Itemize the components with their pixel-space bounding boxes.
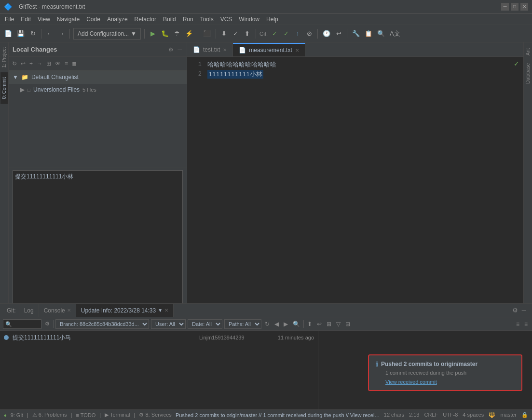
git-panel-minimize-button[interactable]: ─ [520,307,528,314]
services-status[interactable]: ⚙ 8: Services [139,412,171,418]
git-check-button[interactable]: ✓ [281,28,291,40]
close-tab-measurement-icon[interactable]: ✕ [295,48,299,53]
group-button[interactable]: ≣ [70,59,78,68]
search-log-button[interactable]: 🔍 [291,320,301,328]
branch-filter-select[interactable]: Branch: 88c2c85c84b38dcd33d... [55,319,149,329]
add-configuration-button[interactable]: Add Configuration... ▼ [73,28,141,40]
layout-button[interactable]: ⊞ [325,320,333,328]
vcs-log-button[interactable]: 📋 [363,28,374,40]
close-console-icon[interactable]: ✕ [67,308,71,313]
minimize-panel-icon[interactable]: ─ [177,45,183,54]
run-button[interactable]: ▶ [148,28,158,40]
menu-refactor[interactable]: Refactor [132,15,159,24]
settings-icon[interactable]: ⚙ [167,45,175,54]
save-button[interactable]: 💾 [15,28,26,40]
history-button[interactable]: 🕐 [321,28,332,40]
menu-run[interactable]: Run [180,15,196,24]
problems-status[interactable]: ⚠ 6: Problems [32,412,67,418]
view-received-commit-link[interactable]: View received commit [376,379,437,385]
expand-all-button[interactable]: ≡ [515,320,521,328]
sidebar-tab-project[interactable]: 1: Project [0,42,8,72]
debug-button[interactable]: 🐛 [160,28,170,40]
menu-view[interactable]: View [35,15,53,24]
menu-vcs[interactable]: VCS [218,15,235,24]
line-ending[interactable]: CRLF [424,412,438,418]
forward-button[interactable]: → [56,28,66,40]
tab-measurement-txt[interactable]: 📄 measurement.txt ✕ [233,43,305,56]
current-branch[interactable]: master [500,412,517,418]
vcs-commit-button[interactable]: ✓ [231,28,241,40]
git-log-tab[interactable]: Log [19,304,39,317]
list-item[interactable]: 提交11111111111小马 Linjm15913944239 11 minu… [0,331,318,344]
close-update-icon[interactable]: ✕ [164,308,168,313]
menu-file[interactable]: File [2,15,17,24]
todo-status[interactable]: ≡ TODO [76,412,95,418]
menu-window[interactable]: Window [236,15,262,24]
close-button[interactable]: ✕ [520,3,528,11]
user-filter-select[interactable]: User: All [151,319,186,329]
git-log-message: 提交11111111111小马 [13,334,195,342]
encoding[interactable]: UTF-8 [443,412,458,418]
rollback-button[interactable]: ↩ [19,59,27,68]
paths-filter-select[interactable]: Paths: All [224,319,261,329]
menu-tools[interactable]: Tools [197,15,217,24]
indent[interactable]: 4 spaces [463,412,484,418]
vcs-update-button[interactable]: ⬇ [219,28,229,40]
collapse-all-button[interactable]: ≡ [523,320,529,328]
git-console-tab[interactable]: Console ✕ [39,304,76,317]
menu-build[interactable]: Build [160,15,179,24]
close-tab-test-icon[interactable]: ✕ [223,47,227,53]
menu-navigate[interactable]: Navigate [54,15,82,24]
more-button[interactable]: ⊟ [344,320,352,328]
rollback-button[interactable]: ↩ [334,28,343,40]
status-sep-3: | [99,412,101,418]
profile-button[interactable]: ⚡ [184,28,194,40]
vcs-push-button[interactable]: ⬆ [243,28,252,40]
collapse-log-button[interactable]: ◀ [273,320,280,328]
search-everywhere-button[interactable]: 🔍 [376,28,386,40]
tab-test-txt[interactable]: 📄 test.txt ✕ [187,43,233,56]
database-tab[interactable]: Database [524,59,532,88]
settings-button[interactable]: 🔧 [351,28,361,40]
sort-button[interactable]: ≡ [63,59,69,68]
cursor-position[interactable]: 2:13 [409,412,419,418]
translate-button[interactable]: A文 [388,28,402,40]
sidebar-tab-commit[interactable]: 0: Commit [0,72,8,104]
menu-edit[interactable]: Edit [18,15,34,24]
terminal-status[interactable]: ▶ Terminal [105,412,130,418]
default-changelist-header[interactable]: ▼ 📁 Default Changelist [9,70,187,84]
menu-help[interactable]: Help [263,15,281,24]
expand-button[interactable]: ⊞ [45,59,53,68]
git-status-label[interactable]: 9: Git [11,412,23,418]
refresh-button[interactable]: ↻ [28,28,38,40]
expand-log-button[interactable]: ▶ [282,320,289,328]
menu-bar: File Edit View Navigate Code Analyze Ref… [0,14,532,25]
undo-revert-button[interactable]: ↩ [315,320,323,328]
git-update-info-tab[interactable]: Update Info: 2022/3/28 14:33 ▼ ✕ [76,304,174,317]
refresh-changes-button[interactable]: ↻ [11,59,18,68]
ant-tab[interactable]: Ant [524,44,532,59]
menu-analyze[interactable]: Analyze [104,15,131,24]
cherry-pick-button[interactable]: ⬆ [306,320,314,328]
new-file-button[interactable]: 📄 [3,28,14,40]
show-diff-button[interactable]: 👁 [54,59,62,68]
new-changelist-button[interactable]: + [28,59,34,68]
refresh-log-button[interactable]: ↻ [263,320,271,328]
minimize-button[interactable]: ─ [501,3,509,11]
git-panel-settings-button[interactable]: ⚙ [510,307,520,314]
git-stash-button[interactable]: ⊘ [304,28,314,40]
maximize-button[interactable]: □ [511,3,518,11]
move-changes-button[interactable]: → [35,59,44,68]
unversioned-files-item[interactable]: ▶ □ Unversioned Files 5 files [9,84,187,95]
date-filter-select[interactable]: Date: All [188,319,222,329]
toolbar-sep-1 [41,29,41,39]
git-push-btn[interactable]: ↑ [293,28,302,40]
menu-code[interactable]: Code [83,15,103,24]
git-settings-filter-button[interactable]: ⚙ [43,320,51,328]
coverage-button[interactable]: ☂ [172,28,182,40]
back-button[interactable]: ← [45,28,55,40]
filter-button[interactable]: ▽ [335,320,342,328]
git-ok-button[interactable]: ✓ [270,28,279,40]
git-search-input[interactable] [3,319,41,329]
stop-button[interactable]: ⬛ [202,28,212,40]
